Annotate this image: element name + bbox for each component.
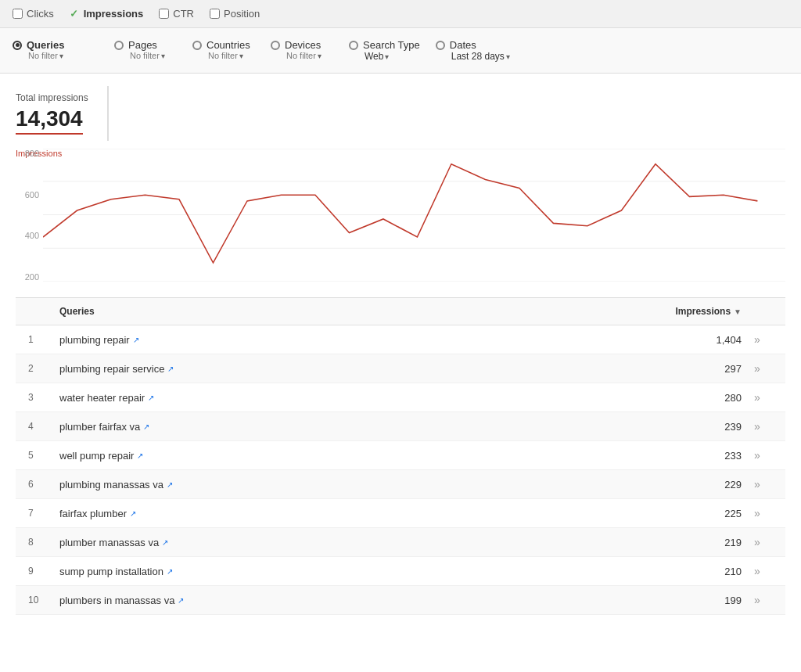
table-section: Queries Impressions ▼ 1 plumbing repair … (16, 297, 785, 615)
chart-svg (43, 149, 785, 282)
total-impressions-box: Total impressions 14,304 (16, 86, 109, 141)
dates-filter-label: Dates (450, 39, 476, 51)
metric-label: Total impressions (16, 92, 88, 103)
table-row: 8 plumber manassas va ↗ 219 » (16, 528, 785, 557)
impressions-label: Impressions (84, 8, 144, 20)
countries-dropdown-arrow: ▾ (239, 52, 243, 60)
table-row: 10 plumbers in manassas va ↗ 199 » (16, 586, 785, 615)
queries-dropdown-arrow: ▾ (59, 52, 63, 60)
dates-dropdown-arrow: ▾ (506, 52, 510, 61)
row-num: 10 (28, 595, 59, 606)
clicks-checkbox-item[interactable]: Clicks (13, 8, 54, 20)
dates-radio (436, 41, 445, 50)
row-impressions: 219 (648, 537, 742, 548)
row-query: plumbing repair service ↗ (59, 363, 648, 375)
row-query: well pump repair ↗ (59, 450, 648, 462)
col-header-impressions[interactable]: Impressions ▼ (648, 306, 742, 317)
filter-devices[interactable]: Devices No filter ▾ (271, 36, 349, 63)
row-num: 7 (28, 508, 59, 519)
queries-filter-value: No filter (28, 51, 58, 60)
ctr-checkbox-item[interactable]: CTR (159, 8, 194, 20)
chart-y-labels: 800 600 400 200 (16, 149, 43, 282)
filter-queries[interactable]: Queries No filter ▾ (13, 36, 114, 63)
devices-filter-label: Devices (285, 39, 321, 51)
external-link-icon[interactable]: ↗ (162, 538, 168, 547)
countries-filter-value: No filter (208, 51, 238, 60)
table-row: 5 well pump repair ↗ 233 » (16, 441, 785, 470)
external-link-icon[interactable]: ↗ (143, 422, 149, 431)
row-query: sump pump installation ↗ (59, 566, 648, 577)
table-row: 1 plumbing repair ↗ 1,404 » (16, 325, 785, 354)
row-num: 1 (28, 334, 59, 345)
row-impressions: 233 (648, 450, 742, 462)
table-header: Queries Impressions ▼ (16, 298, 785, 325)
pages-radio (114, 41, 124, 50)
pages-filter-label: Pages (128, 39, 157, 51)
row-navigate-button[interactable]: » (742, 362, 773, 375)
row-navigate-button[interactable]: » (742, 565, 773, 577)
row-query: plumber fairfax va ↗ (59, 421, 648, 433)
filter-countries[interactable]: Countries No filter ▾ (192, 36, 271, 63)
table-rows: 1 plumbing repair ↗ 1,404 » 2 plumbing r… (16, 325, 785, 615)
row-navigate-button[interactable]: » (742, 536, 773, 548)
search-type-filter-value: Web (365, 51, 383, 62)
external-link-icon[interactable]: ↗ (133, 336, 139, 344)
search-type-filter-label: Search Type (363, 39, 420, 51)
impressions-checkbox-item[interactable]: ✓ Impressions (70, 8, 144, 20)
filter-dates[interactable]: Dates Last 28 days ▾ (436, 36, 526, 65)
row-impressions: 210 (648, 566, 742, 577)
metric-value: 14,304 (16, 106, 83, 135)
row-num: 5 (28, 450, 59, 461)
pages-dropdown-arrow: ▾ (161, 52, 165, 60)
main-content: Total impressions 14,304 Impressions 800… (0, 74, 801, 627)
row-impressions: 229 (648, 479, 742, 491)
filter-search-type[interactable]: Search Type Web ▾ (349, 36, 436, 65)
y-label-200: 200 (16, 272, 39, 282)
external-link-icon[interactable]: ↗ (167, 567, 173, 576)
table-row: 7 fairfax plumber ↗ 225 » (16, 499, 785, 528)
devices-filter-value: No filter (286, 51, 316, 60)
external-link-icon[interactable]: ↗ (167, 480, 173, 489)
chart-svg-container (43, 149, 785, 282)
row-navigate-button[interactable]: » (742, 594, 773, 606)
external-link-icon[interactable]: ↗ (130, 509, 136, 518)
external-link-icon[interactable]: ↗ (178, 596, 184, 605)
row-impressions: 297 (648, 363, 742, 375)
metric-section: Total impressions 14,304 (16, 86, 785, 141)
ctr-checkbox[interactable] (159, 9, 169, 19)
clicks-checkbox[interactable] (13, 9, 23, 19)
table-row: 3 water heater repair ↗ 280 » (16, 383, 785, 412)
external-link-icon[interactable]: ↗ (148, 393, 154, 402)
external-link-icon[interactable]: ↗ (137, 451, 143, 460)
impressions-checkmark: ✓ (70, 8, 78, 20)
row-navigate-button[interactable]: » (742, 333, 773, 346)
position-checkbox[interactable] (210, 9, 220, 19)
countries-filter-label: Countries (207, 39, 250, 51)
sort-arrow-icon: ▼ (734, 307, 742, 316)
row-navigate-button[interactable]: » (742, 420, 773, 433)
table-row: 2 plumbing repair service ↗ 297 » (16, 354, 785, 383)
dates-filter-value: Last 28 days (451, 51, 505, 62)
search-type-dropdown-arrow: ▾ (385, 52, 389, 61)
queries-filter-label: Queries (27, 39, 64, 51)
row-num: 8 (28, 537, 59, 548)
position-checkbox-item[interactable]: Position (210, 8, 260, 20)
col-header-query: Queries (59, 306, 648, 317)
row-navigate-button[interactable]: » (742, 391, 773, 404)
row-navigate-button[interactable]: » (742, 478, 773, 491)
row-navigate-button[interactable]: » (742, 507, 773, 519)
countries-radio (192, 41, 202, 50)
row-impressions: 225 (648, 508, 742, 519)
table-row: 9 sump pump installation ↗ 210 » (16, 557, 785, 586)
row-num: 9 (28, 566, 59, 577)
external-link-icon[interactable]: ↗ (167, 365, 174, 373)
filter-pages[interactable]: Pages No filter ▾ (114, 36, 192, 63)
table-row: 4 plumber fairfax va ↗ 239 » (16, 412, 785, 441)
row-navigate-button[interactable]: » (742, 449, 773, 462)
row-impressions: 280 (648, 392, 742, 404)
row-query: water heater repair ↗ (59, 392, 648, 404)
row-query: fairfax plumber ↗ (59, 508, 648, 519)
pages-filter-value: No filter (130, 51, 160, 60)
y-label-600: 600 (16, 190, 39, 199)
ctr-label: CTR (173, 8, 194, 20)
